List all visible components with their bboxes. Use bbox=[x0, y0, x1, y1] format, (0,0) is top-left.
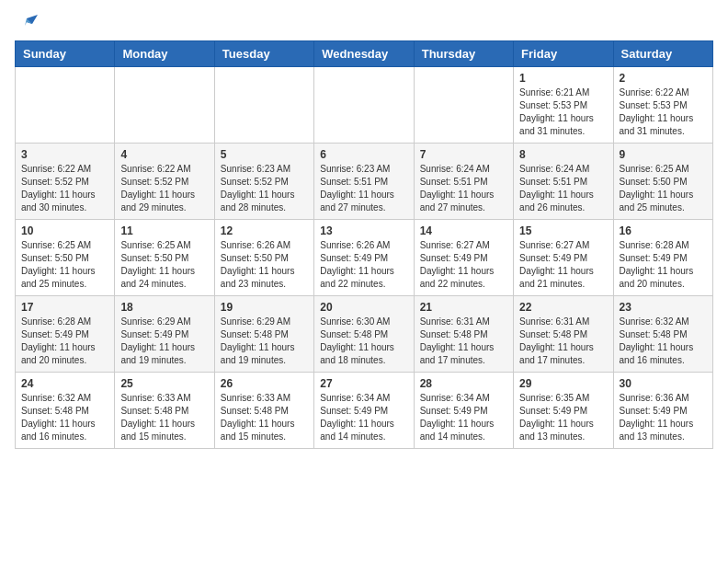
calendar-cell: 9Sunrise: 6:25 AM Sunset: 5:50 PM Daylig… bbox=[613, 144, 712, 220]
calendar-cell: 27Sunrise: 6:34 AM Sunset: 5:49 PM Dayli… bbox=[314, 373, 414, 449]
day-info: Sunrise: 6:26 AM Sunset: 5:50 PM Dayligh… bbox=[221, 239, 308, 291]
calendar-cell: 24Sunrise: 6:32 AM Sunset: 5:48 PM Dayli… bbox=[16, 373, 115, 449]
day-number: 13 bbox=[320, 224, 407, 237]
calendar-cell: 2Sunrise: 6:22 AM Sunset: 5:53 PM Daylig… bbox=[613, 67, 712, 144]
col-header-tuesday: Tuesday bbox=[214, 41, 313, 67]
calendar-cell: 30Sunrise: 6:36 AM Sunset: 5:49 PM Dayli… bbox=[613, 373, 712, 449]
day-number: 12 bbox=[221, 224, 308, 237]
day-info: Sunrise: 6:25 AM Sunset: 5:50 PM Dayligh… bbox=[21, 239, 108, 291]
day-info: Sunrise: 6:24 AM Sunset: 5:51 PM Dayligh… bbox=[519, 163, 607, 214]
calendar-cell: 6Sunrise: 6:23 AM Sunset: 5:51 PM Daylig… bbox=[314, 144, 414, 220]
calendar-cell bbox=[16, 67, 115, 144]
day-number: 28 bbox=[420, 377, 507, 390]
day-number: 25 bbox=[120, 377, 208, 390]
day-number: 26 bbox=[221, 377, 308, 390]
day-info: Sunrise: 6:31 AM Sunset: 5:48 PM Dayligh… bbox=[420, 316, 507, 367]
day-info: Sunrise: 6:24 AM Sunset: 5:51 PM Dayligh… bbox=[420, 163, 507, 214]
calendar-cell: 21Sunrise: 6:31 AM Sunset: 5:48 PM Dayli… bbox=[414, 296, 513, 373]
calendar-cell: 15Sunrise: 6:27 AM Sunset: 5:49 PM Dayli… bbox=[514, 220, 613, 296]
day-info: Sunrise: 6:30 AM Sunset: 5:48 PM Dayligh… bbox=[320, 316, 407, 367]
day-info: Sunrise: 6:32 AM Sunset: 5:48 PM Dayligh… bbox=[21, 392, 108, 443]
calendar-cell: 1Sunrise: 6:21 AM Sunset: 5:53 PM Daylig… bbox=[514, 67, 613, 144]
col-header-friday: Friday bbox=[514, 41, 613, 67]
day-number: 3 bbox=[21, 148, 108, 161]
day-number: 19 bbox=[221, 301, 308, 314]
calendar-cell: 10Sunrise: 6:25 AM Sunset: 5:50 PM Dayli… bbox=[16, 220, 115, 296]
day-info: Sunrise: 6:22 AM Sunset: 5:53 PM Dayligh… bbox=[620, 86, 707, 138]
logo bbox=[15, 15, 38, 31]
calendar-cell: 20Sunrise: 6:30 AM Sunset: 5:48 PM Dayli… bbox=[314, 296, 414, 373]
calendar-cell: 16Sunrise: 6:28 AM Sunset: 5:49 PM Dayli… bbox=[613, 220, 712, 296]
day-info: Sunrise: 6:27 AM Sunset: 5:49 PM Dayligh… bbox=[420, 239, 507, 291]
day-number: 16 bbox=[620, 224, 707, 237]
day-info: Sunrise: 6:21 AM Sunset: 5:53 PM Dayligh… bbox=[519, 86, 607, 138]
day-info: Sunrise: 6:25 AM Sunset: 5:50 PM Dayligh… bbox=[120, 239, 208, 291]
col-header-thursday: Thursday bbox=[414, 41, 513, 67]
calendar-cell bbox=[314, 67, 414, 144]
calendar-week-row: 17Sunrise: 6:28 AM Sunset: 5:49 PM Dayli… bbox=[16, 296, 713, 373]
calendar-week-row: 3Sunrise: 6:22 AM Sunset: 5:52 PM Daylig… bbox=[16, 144, 713, 220]
day-number: 30 bbox=[620, 377, 707, 390]
day-info: Sunrise: 6:31 AM Sunset: 5:48 PM Dayligh… bbox=[519, 316, 607, 367]
col-header-sunday: Sunday bbox=[16, 41, 115, 67]
day-number: 14 bbox=[420, 224, 507, 237]
calendar-week-row: 10Sunrise: 6:25 AM Sunset: 5:50 PM Dayli… bbox=[16, 220, 713, 296]
day-info: Sunrise: 6:23 AM Sunset: 5:51 PM Dayligh… bbox=[320, 163, 407, 214]
calendar-cell: 26Sunrise: 6:33 AM Sunset: 5:48 PM Dayli… bbox=[214, 373, 313, 449]
day-info: Sunrise: 6:22 AM Sunset: 5:52 PM Dayligh… bbox=[21, 163, 108, 214]
calendar-cell: 12Sunrise: 6:26 AM Sunset: 5:50 PM Dayli… bbox=[214, 220, 313, 296]
day-info: Sunrise: 6:28 AM Sunset: 5:49 PM Dayligh… bbox=[620, 239, 707, 291]
calendar-cell: 13Sunrise: 6:26 AM Sunset: 5:49 PM Dayli… bbox=[314, 220, 414, 296]
day-info: Sunrise: 6:28 AM Sunset: 5:49 PM Dayligh… bbox=[21, 316, 108, 367]
day-number: 18 bbox=[120, 301, 208, 314]
day-number: 23 bbox=[620, 301, 707, 314]
logo-bird-icon bbox=[17, 15, 38, 31]
day-info: Sunrise: 6:29 AM Sunset: 5:49 PM Dayligh… bbox=[120, 316, 208, 367]
calendar-cell bbox=[214, 67, 313, 144]
calendar-week-row: 24Sunrise: 6:32 AM Sunset: 5:48 PM Dayli… bbox=[16, 373, 713, 449]
calendar-cell bbox=[414, 67, 513, 144]
header bbox=[15, 15, 713, 31]
day-info: Sunrise: 6:36 AM Sunset: 5:49 PM Dayligh… bbox=[620, 392, 707, 443]
day-info: Sunrise: 6:29 AM Sunset: 5:48 PM Dayligh… bbox=[221, 316, 308, 367]
calendar-header-row: SundayMondayTuesdayWednesdayThursdayFrid… bbox=[16, 41, 713, 67]
calendar-week-row: 1Sunrise: 6:21 AM Sunset: 5:53 PM Daylig… bbox=[16, 67, 713, 144]
day-number: 2 bbox=[620, 72, 707, 85]
day-info: Sunrise: 6:27 AM Sunset: 5:49 PM Dayligh… bbox=[519, 239, 607, 291]
calendar-cell: 3Sunrise: 6:22 AM Sunset: 5:52 PM Daylig… bbox=[16, 144, 115, 220]
day-number: 1 bbox=[519, 72, 607, 85]
day-number: 4 bbox=[120, 148, 208, 161]
calendar-cell: 19Sunrise: 6:29 AM Sunset: 5:48 PM Dayli… bbox=[214, 296, 313, 373]
calendar-cell: 18Sunrise: 6:29 AM Sunset: 5:49 PM Dayli… bbox=[115, 296, 214, 373]
calendar-cell: 22Sunrise: 6:31 AM Sunset: 5:48 PM Dayli… bbox=[514, 296, 613, 373]
day-number: 8 bbox=[519, 148, 607, 161]
day-number: 10 bbox=[21, 224, 108, 237]
col-header-wednesday: Wednesday bbox=[314, 41, 414, 67]
day-number: 15 bbox=[519, 224, 607, 237]
calendar-cell: 5Sunrise: 6:23 AM Sunset: 5:52 PM Daylig… bbox=[214, 144, 313, 220]
calendar-cell: 11Sunrise: 6:25 AM Sunset: 5:50 PM Dayli… bbox=[115, 220, 214, 296]
day-info: Sunrise: 6:25 AM Sunset: 5:50 PM Dayligh… bbox=[620, 163, 707, 214]
day-info: Sunrise: 6:32 AM Sunset: 5:48 PM Dayligh… bbox=[620, 316, 707, 367]
day-info: Sunrise: 6:26 AM Sunset: 5:49 PM Dayligh… bbox=[320, 239, 407, 291]
day-number: 21 bbox=[420, 301, 507, 314]
calendar-cell: 8Sunrise: 6:24 AM Sunset: 5:51 PM Daylig… bbox=[514, 144, 613, 220]
day-info: Sunrise: 6:22 AM Sunset: 5:52 PM Dayligh… bbox=[120, 163, 208, 214]
day-number: 17 bbox=[21, 301, 108, 314]
calendar-cell bbox=[115, 67, 214, 144]
col-header-saturday: Saturday bbox=[613, 41, 712, 67]
calendar-cell: 29Sunrise: 6:35 AM Sunset: 5:49 PM Dayli… bbox=[514, 373, 613, 449]
day-number: 27 bbox=[320, 377, 407, 390]
day-number: 20 bbox=[320, 301, 407, 314]
day-number: 5 bbox=[221, 148, 308, 161]
calendar-cell: 25Sunrise: 6:33 AM Sunset: 5:48 PM Dayli… bbox=[115, 373, 214, 449]
calendar-cell: 28Sunrise: 6:34 AM Sunset: 5:49 PM Dayli… bbox=[414, 373, 513, 449]
day-info: Sunrise: 6:34 AM Sunset: 5:49 PM Dayligh… bbox=[420, 392, 507, 443]
calendar-cell: 14Sunrise: 6:27 AM Sunset: 5:49 PM Dayli… bbox=[414, 220, 513, 296]
day-number: 29 bbox=[519, 377, 607, 390]
calendar-cell: 17Sunrise: 6:28 AM Sunset: 5:49 PM Dayli… bbox=[16, 296, 115, 373]
day-info: Sunrise: 6:23 AM Sunset: 5:52 PM Dayligh… bbox=[221, 163, 308, 214]
calendar-cell: 23Sunrise: 6:32 AM Sunset: 5:48 PM Dayli… bbox=[613, 296, 712, 373]
col-header-monday: Monday bbox=[115, 41, 214, 67]
day-number: 24 bbox=[21, 377, 108, 390]
